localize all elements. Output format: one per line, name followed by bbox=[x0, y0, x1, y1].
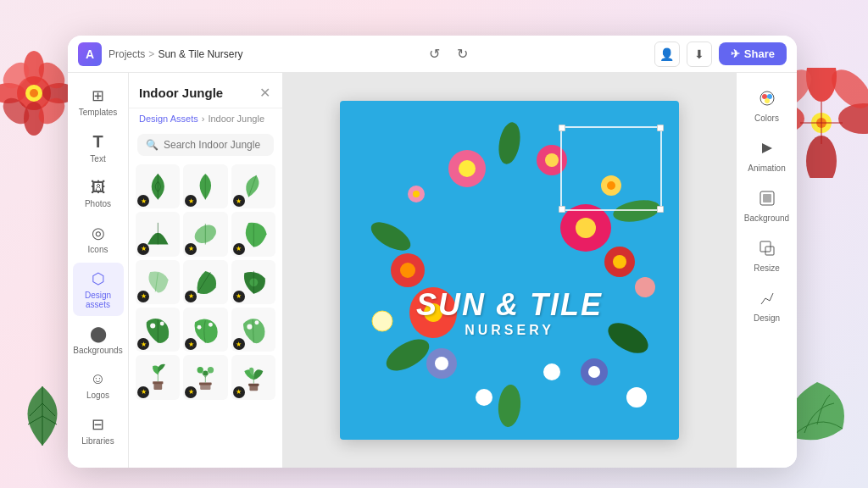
sidebar-item-design-assets[interactable]: ⬡ Design assets bbox=[73, 263, 124, 316]
sidebar-item-libraries[interactable]: ⊟ Libraries bbox=[73, 408, 124, 452]
breadcrumb-parent[interactable]: Projects bbox=[108, 48, 145, 60]
sidebar-label-logos: Logos bbox=[86, 391, 109, 400]
redo-button[interactable]: ↻ bbox=[452, 42, 473, 65]
svg-point-83 bbox=[372, 311, 392, 331]
asset-star: ★ bbox=[185, 386, 197, 398]
resize-label: Resize bbox=[754, 263, 780, 273]
svg-point-73 bbox=[613, 255, 626, 269]
user-icon-button[interactable]: 👤 bbox=[654, 42, 680, 67]
asset-item[interactable]: ★ bbox=[183, 212, 227, 256]
asset-item[interactable]: ★ bbox=[231, 212, 275, 256]
sidebar-item-photos[interactable]: 🖼 Photos bbox=[73, 172, 124, 215]
asset-star: ★ bbox=[233, 243, 245, 255]
asset-item[interactable]: ★ bbox=[231, 308, 275, 352]
svg-point-85 bbox=[576, 218, 596, 238]
sidebar-label-design-assets: Design assets bbox=[76, 291, 120, 309]
svg-point-56 bbox=[203, 371, 208, 376]
asset-item[interactable]: ★ bbox=[231, 164, 275, 208]
background-icon bbox=[759, 190, 776, 211]
background-label: Background bbox=[744, 214, 789, 223]
asset-item[interactable]: ★ bbox=[231, 260, 275, 304]
colors-label: Colors bbox=[754, 114, 779, 123]
resize-handle-br[interactable] bbox=[657, 206, 664, 213]
svg-point-63 bbox=[603, 317, 653, 359]
asset-item[interactable]: ★ bbox=[183, 164, 227, 208]
svg-rect-98 bbox=[765, 247, 774, 255]
sidebar-label-templates: Templates bbox=[79, 108, 118, 117]
panel-close-button[interactable]: ✕ bbox=[258, 83, 272, 103]
canvas-text-overlay: SUN & TILE NURSERY bbox=[416, 287, 603, 338]
asset-star: ★ bbox=[137, 243, 149, 255]
share-button[interactable]: ✈ Share bbox=[719, 42, 787, 65]
asset-star: ★ bbox=[137, 386, 149, 398]
asset-item[interactable]: ★ bbox=[231, 355, 275, 399]
svg-point-90 bbox=[626, 387, 647, 408]
share-label: Share bbox=[744, 47, 775, 60]
assets-panel: Indoor Jungle ✕ Design Assets › Indoor J… bbox=[129, 73, 283, 468]
panel-breadcrumb-current: Indoor Jungle bbox=[208, 114, 264, 124]
svg-point-38 bbox=[150, 323, 155, 328]
svg-point-67 bbox=[459, 160, 476, 177]
asset-star: ★ bbox=[185, 338, 197, 350]
right-tool-design[interactable]: Design bbox=[742, 283, 793, 330]
panel-title: Indoor Jungle bbox=[139, 86, 223, 100]
resize-handle-tr[interactable] bbox=[657, 125, 664, 131]
svg-point-54 bbox=[198, 367, 203, 373]
asset-item[interactable]: ★ bbox=[183, 308, 227, 352]
right-tool-animation[interactable]: Animation bbox=[742, 133, 793, 180]
right-tool-resize[interactable]: Resize bbox=[742, 233, 793, 280]
canvas-surface: SUN & TILE NURSERY bbox=[340, 101, 679, 440]
asset-item[interactable]: ★ bbox=[136, 164, 180, 208]
svg-rect-50 bbox=[199, 383, 212, 385]
right-tool-background[interactable]: Background bbox=[742, 183, 793, 230]
right-tool-colors[interactable]: Colors bbox=[742, 83, 793, 130]
libraries-icon: ⊟ bbox=[92, 415, 104, 434]
panel-breadcrumb: Design Assets › Indoor Jungle bbox=[129, 108, 282, 129]
search-bar: 🔍 bbox=[137, 134, 274, 156]
sidebar-item-text[interactable]: T Text bbox=[73, 125, 124, 170]
sidebar-item-logos[interactable]: ☺ Logos bbox=[73, 363, 124, 407]
svg-point-11 bbox=[806, 68, 837, 102]
sidebar-label-icons: Icons bbox=[88, 245, 108, 254]
svg-point-88 bbox=[543, 363, 560, 380]
sidebar-item-templates[interactable]: ⊞ Templates bbox=[73, 80, 124, 124]
main-content: ⊞ Templates T Text 🖼 Photos ◎ Icons ⬡ De… bbox=[68, 73, 797, 468]
svg-point-93 bbox=[767, 94, 772, 99]
logos-icon: ☺ bbox=[90, 370, 105, 388]
asset-item[interactable]: ★ bbox=[183, 355, 227, 399]
panel-breadcrumb-parent[interactable]: Design Assets bbox=[139, 114, 198, 124]
svg-rect-58 bbox=[248, 384, 259, 386]
asset-star: ★ bbox=[233, 291, 245, 302]
canvas-area[interactable]: SUN & TILE NURSERY bbox=[283, 73, 736, 468]
undo-button[interactable]: ↺ bbox=[424, 42, 445, 65]
sidebar-label-backgrounds: Backgrounds bbox=[73, 346, 122, 355]
asset-item[interactable]: ★ bbox=[183, 260, 227, 304]
sidebar-label-libraries: Libraries bbox=[81, 436, 114, 446]
asset-item[interactable]: ★ bbox=[136, 212, 180, 256]
resize-handle-bl[interactable] bbox=[559, 206, 565, 213]
asset-star: ★ bbox=[185, 291, 197, 302]
search-input[interactable] bbox=[164, 139, 265, 151]
sidebar-label-photos: Photos bbox=[85, 199, 111, 208]
svg-point-89 bbox=[476, 389, 492, 406]
asset-item[interactable]: ★ bbox=[136, 355, 180, 399]
download-button[interactable]: ⬇ bbox=[687, 42, 712, 67]
sidebar-item-backgrounds[interactable]: ⬤ Backgrounds bbox=[73, 318, 124, 362]
asset-item[interactable]: ★ bbox=[136, 260, 180, 304]
svg-point-71 bbox=[400, 263, 415, 278]
sidebar-item-icons[interactable]: ◎ Icons bbox=[73, 217, 124, 261]
panel-header: Indoor Jungle ✕ bbox=[129, 73, 282, 108]
svg-point-77 bbox=[588, 366, 600, 378]
selection-box[interactable] bbox=[560, 126, 662, 211]
panel-breadcrumb-sep: › bbox=[202, 114, 205, 124]
svg-point-44 bbox=[254, 320, 259, 324]
app-window: A Projects > Sun & Tile Nursery ↺ ↻ 👤 ⬇ … bbox=[68, 36, 797, 468]
canvas-subtitle: NURSERY bbox=[416, 323, 603, 338]
breadcrumb-sep: > bbox=[148, 48, 154, 60]
left-sidebar: ⊞ Templates T Text 🖼 Photos ◎ Icons ⬡ De… bbox=[68, 73, 129, 468]
asset-item[interactable]: ★ bbox=[136, 308, 180, 352]
asset-star: ★ bbox=[137, 195, 149, 207]
resize-handle-tl[interactable] bbox=[559, 125, 565, 131]
svg-point-55 bbox=[208, 367, 214, 373]
colors-icon bbox=[759, 90, 776, 111]
